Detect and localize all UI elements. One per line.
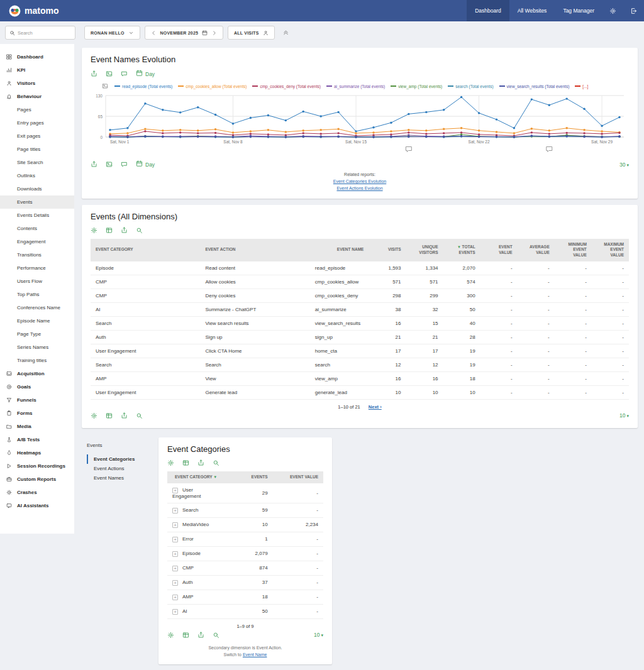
search-icon[interactable]	[136, 412, 143, 419]
legend-item[interactable]: ai_summarize (Total events)	[326, 84, 385, 89]
evolution-line-chart[interactable]: 065130Sat, Nov 1Sat, Nov 8Sat, Nov 15Sat…	[91, 92, 629, 155]
expand-icon[interactable]	[172, 508, 178, 513]
column-header[interactable]: Maximum Event Value	[592, 239, 629, 261]
sidebar-item[interactable]: KPI	[0, 63, 74, 77]
legend-item[interactable]: read_episode (Total events)	[114, 84, 172, 89]
next-page-link[interactable]: Next ›	[369, 404, 382, 410]
sidebar-item[interactable]: Exit pages	[0, 129, 74, 143]
table-row[interactable]: MediaVideo 10 2,234	[167, 517, 323, 532]
sidebar-item[interactable]: Funnels	[0, 393, 74, 407]
table-row[interactable]: Auth Sign up sign_up 21 21 28 - - - -	[91, 330, 629, 344]
column-header[interactable]: Event Category	[91, 239, 200, 261]
sidebar-item[interactable]: Episode Name	[0, 314, 74, 327]
legend-item[interactable]: view_search_results (Total events)	[499, 84, 570, 89]
table-row[interactable]: CMP Deny cookies cmp_cookies_deny 298 29…	[91, 288, 629, 302]
legend-item[interactable]: view_amp (Total events)	[391, 84, 442, 89]
sidebar-item[interactable]: Users Flow	[0, 275, 74, 288]
sidebar-item[interactable]: Events Details	[0, 209, 74, 222]
legend-item[interactable]: cmp_cookies_allow (Total events)	[178, 84, 247, 89]
search-box[interactable]	[5, 26, 75, 40]
table-row[interactable]: User Engagement Generate lead generate_l…	[91, 385, 629, 399]
matomo-brand[interactable]: matomo	[9, 5, 58, 17]
search-input[interactable]	[18, 30, 71, 36]
row-limit-selector[interactable]: 30	[619, 162, 629, 168]
legend-item[interactable]: [...]	[575, 84, 588, 89]
sidebar-item[interactable]: Transitions	[0, 248, 74, 261]
gear-icon[interactable]	[167, 459, 174, 466]
segment-selector[interactable]: ALL VISITS	[228, 26, 275, 40]
sidebar-item[interactable]: Page Type	[0, 327, 74, 341]
sidebar-item[interactable]: Engagement	[0, 235, 74, 248]
column-header[interactable]: Event Value	[273, 471, 323, 483]
export-icon[interactable]	[197, 459, 204, 466]
expand-icon[interactable]	[172, 522, 178, 528]
sidebar-item[interactable]: AI Assistants	[0, 499, 74, 512]
expand-icon[interactable]	[172, 566, 178, 571]
expand-icon[interactable]	[172, 580, 178, 586]
column-header[interactable]: Visits	[369, 239, 406, 261]
sidebar-item[interactable]: Custom Reports	[0, 473, 74, 486]
table-row[interactable]: AMP View view_amp 16 16 18 - - - -	[91, 371, 629, 385]
row-limit-selector[interactable]: 10	[619, 412, 629, 419]
switch-dimension-link[interactable]: Event Name	[243, 652, 267, 657]
sidebar-item[interactable]: Session Recordings	[0, 459, 74, 473]
expand-icon[interactable]	[172, 609, 178, 615]
period-day-selector[interactable]: Day	[136, 70, 155, 78]
chart-image-icon[interactable]	[102, 80, 108, 92]
sidebar-item[interactable]: Performance	[0, 261, 74, 275]
export-icon[interactable]	[91, 161, 97, 168]
sidebar-item[interactable]: Contents	[0, 222, 74, 235]
related-report-link[interactable]: Event Categories Evolution	[91, 178, 629, 185]
table-row[interactable]: AI Summarize - ChatGPT ai_summarize 38 3…	[91, 302, 629, 316]
sidebar-item[interactable]: Downloads	[0, 182, 74, 195]
prev-period-icon[interactable]	[151, 30, 157, 36]
sidebar-item[interactable]: Page titles	[0, 143, 74, 156]
export-icon[interactable]	[91, 70, 97, 77]
column-header[interactable]: Average Value	[518, 239, 555, 261]
sidebar-item[interactable]: Goals	[0, 380, 74, 393]
table-row[interactable]: CMP 874 -	[167, 561, 323, 575]
column-header[interactable]: Event Action	[200, 239, 309, 261]
navbar-item[interactable]: All Websites	[509, 0, 555, 21]
export-icon[interactable]	[121, 412, 128, 419]
table-row[interactable]: Error 1 -	[167, 532, 323, 546]
table-row[interactable]: Search View search results view_search_r…	[91, 316, 629, 330]
sidebar-item[interactable]: Forms	[0, 407, 74, 420]
legend-item[interactable]: cmp_cookies_deny (Total events)	[252, 84, 320, 89]
table-row[interactable]: CMP Allow cookies cmp_cookies_allow 571 …	[91, 275, 629, 288]
subnav-item[interactable]: Event Names	[87, 473, 155, 483]
sidebar-item[interactable]: Site Search	[0, 156, 74, 169]
sidebar-item[interactable]: Series Names	[0, 341, 74, 354]
column-header[interactable]: Minimum Event Value	[555, 239, 592, 261]
sidebar-item[interactable]: Outlinks	[0, 169, 74, 182]
table-row[interactable]: User Engagement Click CTA Home home_cta …	[91, 344, 629, 358]
table-row[interactable]: Search 59 -	[167, 503, 323, 517]
sidebar-item[interactable]: Conferences Name	[0, 301, 74, 314]
sidebar-item[interactable]: Crashes	[0, 486, 74, 499]
sidebar-item[interactable]: Media	[0, 420, 74, 433]
column-header[interactable]: Events	[222, 471, 272, 483]
period-day-selector[interactable]: Day	[136, 160, 155, 168]
sidebar-item[interactable]: Events	[0, 195, 74, 209]
expand-icon[interactable]	[172, 488, 178, 493]
sidebar-item[interactable]: Behaviour	[0, 90, 74, 103]
annotations-icon[interactable]	[121, 161, 128, 168]
next-period-icon[interactable]	[211, 30, 217, 36]
export-image-icon[interactable]	[106, 70, 113, 77]
navbar-item[interactable]: Tag Manager	[555, 0, 602, 21]
columns-icon[interactable]	[182, 459, 189, 466]
row-limit-selector[interactable]: 10	[314, 632, 323, 638]
date-range-selector[interactable]: NOVEMBER 2025	[145, 26, 224, 40]
signout-icon[interactable]	[623, 0, 644, 21]
sidebar-item[interactable]: Heatmaps	[0, 446, 74, 459]
navbar-item[interactable]: Dashboard	[467, 0, 509, 21]
sidebar-item[interactable]: Visitors	[0, 77, 74, 90]
gear-icon[interactable]	[91, 412, 97, 419]
sidebar-item[interactable]: Dashboard	[0, 50, 74, 63]
gear-icon[interactable]	[167, 632, 174, 639]
annotations-icon[interactable]	[121, 70, 128, 77]
table-row[interactable]: AMP 18 -	[167, 590, 323, 604]
columns-icon[interactable]	[182, 632, 189, 639]
columns-icon[interactable]	[106, 412, 113, 419]
sidebar-item[interactable]: Training titles	[0, 354, 74, 367]
